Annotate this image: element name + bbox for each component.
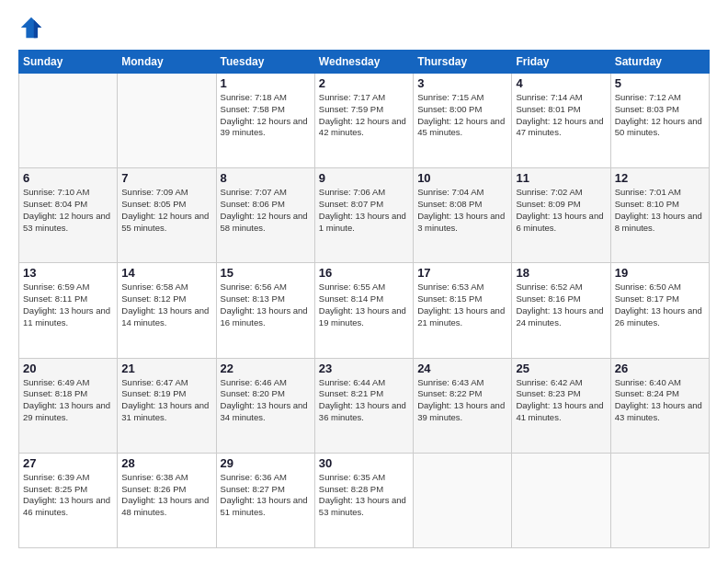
calendar-week-row: 6Sunrise: 7:10 AM Sunset: 8:04 PM Daylig… (19, 168, 710, 263)
calendar-cell: 13Sunrise: 6:59 AM Sunset: 8:11 PM Dayli… (19, 263, 118, 358)
calendar-week-row: 20Sunrise: 6:49 AM Sunset: 8:18 PM Dayli… (19, 358, 710, 453)
day-number: 22 (221, 362, 311, 375)
calendar-cell: 3Sunrise: 7:15 AM Sunset: 8:00 PM Daylig… (414, 74, 512, 168)
calendar-cell: 15Sunrise: 6:56 AM Sunset: 8:13 PM Dayli… (216, 263, 314, 358)
day-number: 4 (516, 76, 606, 90)
day-number: 25 (516, 362, 606, 375)
day-info: Sunrise: 7:14 AM Sunset: 8:01 PM Dayligh… (516, 92, 606, 139)
calendar-cell: 10Sunrise: 7:04 AM Sunset: 8:08 PM Dayli… (414, 168, 512, 263)
page: SundayMondayTuesdayWednesdayThursdayFrid… (0, 0, 728, 563)
calendar-cell: 11Sunrise: 7:02 AM Sunset: 8:09 PM Dayli… (512, 168, 610, 263)
day-info: Sunrise: 6:53 AM Sunset: 8:15 PM Dayligh… (417, 282, 507, 328)
day-info: Sunrise: 6:46 AM Sunset: 8:20 PM Dayligh… (221, 377, 311, 424)
calendar-cell: 24Sunrise: 6:43 AM Sunset: 8:22 PM Dayli… (414, 358, 512, 453)
day-number: 7 (121, 171, 211, 185)
header (18, 15, 710, 40)
weekday-header-row: SundayMondayTuesdayWednesdayThursdayFrid… (19, 51, 710, 74)
day-info: Sunrise: 7:01 AM Sunset: 8:10 PM Dayligh… (615, 187, 705, 234)
day-number: 20 (23, 362, 113, 375)
day-info: Sunrise: 7:15 AM Sunset: 8:00 PM Dayligh… (417, 92, 507, 139)
calendar-cell: 1Sunrise: 7:18 AM Sunset: 7:58 PM Daylig… (216, 74, 314, 168)
calendar-cell: 26Sunrise: 6:40 AM Sunset: 8:24 PM Dayli… (610, 358, 709, 453)
day-info: Sunrise: 7:10 AM Sunset: 8:04 PM Dayligh… (23, 187, 113, 234)
day-number: 30 (319, 456, 409, 470)
day-number: 11 (516, 171, 606, 185)
calendar-cell (512, 453, 610, 547)
calendar-cell: 20Sunrise: 6:49 AM Sunset: 8:18 PM Dayli… (19, 358, 118, 453)
calendar-cell: 8Sunrise: 7:07 AM Sunset: 8:06 PM Daylig… (216, 168, 314, 263)
day-info: Sunrise: 7:17 AM Sunset: 7:59 PM Dayligh… (319, 92, 409, 139)
day-number: 12 (615, 171, 705, 185)
day-number: 24 (417, 362, 507, 375)
day-info: Sunrise: 6:40 AM Sunset: 8:24 PM Dayligh… (615, 377, 705, 424)
day-number: 23 (319, 362, 409, 375)
day-info: Sunrise: 6:50 AM Sunset: 8:17 PM Dayligh… (615, 282, 705, 328)
calendar-cell: 22Sunrise: 6:46 AM Sunset: 8:20 PM Dayli… (216, 358, 314, 453)
calendar-cell (414, 453, 512, 547)
day-info: Sunrise: 6:43 AM Sunset: 8:22 PM Dayligh… (417, 377, 507, 424)
calendar-cell: 21Sunrise: 6:47 AM Sunset: 8:19 PM Dayli… (118, 358, 216, 453)
day-number: 29 (221, 456, 311, 470)
calendar-cell: 2Sunrise: 7:17 AM Sunset: 7:59 PM Daylig… (314, 74, 413, 168)
calendar-cell: 25Sunrise: 6:42 AM Sunset: 8:23 PM Dayli… (512, 358, 610, 453)
weekday-header-saturday: Saturday (610, 51, 709, 74)
calendar-week-row: 1Sunrise: 7:18 AM Sunset: 7:58 PM Daylig… (19, 74, 710, 168)
calendar-cell (19, 74, 118, 168)
day-number: 2 (319, 76, 409, 90)
calendar-cell (118, 74, 216, 168)
day-info: Sunrise: 7:04 AM Sunset: 8:08 PM Dayligh… (417, 187, 507, 234)
weekday-header-thursday: Thursday (414, 51, 512, 74)
day-info: Sunrise: 7:09 AM Sunset: 8:05 PM Dayligh… (121, 187, 211, 234)
day-number: 3 (417, 76, 507, 90)
calendar-cell: 28Sunrise: 6:38 AM Sunset: 8:26 PM Dayli… (118, 453, 216, 547)
day-number: 9 (319, 171, 409, 185)
day-info: Sunrise: 6:36 AM Sunset: 8:27 PM Dayligh… (221, 472, 311, 519)
calendar-cell: 5Sunrise: 7:12 AM Sunset: 8:03 PM Daylig… (610, 74, 709, 168)
day-info: Sunrise: 7:06 AM Sunset: 8:07 PM Dayligh… (319, 187, 409, 234)
calendar-cell: 7Sunrise: 7:09 AM Sunset: 8:05 PM Daylig… (118, 168, 216, 263)
day-number: 5 (615, 76, 705, 90)
day-number: 17 (417, 266, 507, 280)
day-number: 8 (221, 171, 311, 185)
calendar-cell: 19Sunrise: 6:50 AM Sunset: 8:17 PM Dayli… (610, 263, 709, 358)
weekday-header-friday: Friday (512, 51, 610, 74)
calendar-cell: 16Sunrise: 6:55 AM Sunset: 8:14 PM Dayli… (314, 263, 413, 358)
weekday-header-monday: Monday (118, 51, 216, 74)
day-info: Sunrise: 6:42 AM Sunset: 8:23 PM Dayligh… (516, 377, 606, 424)
day-info: Sunrise: 6:56 AM Sunset: 8:13 PM Dayligh… (221, 282, 311, 328)
weekday-header-sunday: Sunday (19, 51, 118, 74)
calendar-cell: 18Sunrise: 6:52 AM Sunset: 8:16 PM Dayli… (512, 263, 610, 358)
day-info: Sunrise: 7:18 AM Sunset: 7:58 PM Dayligh… (221, 92, 311, 139)
day-info: Sunrise: 6:52 AM Sunset: 8:16 PM Dayligh… (516, 282, 606, 328)
svg-marker-1 (34, 20, 41, 39)
calendar-week-row: 13Sunrise: 6:59 AM Sunset: 8:11 PM Dayli… (19, 263, 710, 358)
day-number: 28 (121, 456, 211, 470)
calendar-cell: 17Sunrise: 6:53 AM Sunset: 8:15 PM Dayli… (414, 263, 512, 358)
logo-icon (18, 15, 44, 40)
day-info: Sunrise: 6:39 AM Sunset: 8:25 PM Dayligh… (23, 472, 113, 519)
day-info: Sunrise: 6:59 AM Sunset: 8:11 PM Dayligh… (23, 282, 113, 328)
calendar-cell: 29Sunrise: 6:36 AM Sunset: 8:27 PM Dayli… (216, 453, 314, 547)
day-number: 10 (417, 171, 507, 185)
calendar-cell: 9Sunrise: 7:06 AM Sunset: 8:07 PM Daylig… (314, 168, 413, 263)
day-info: Sunrise: 6:38 AM Sunset: 8:26 PM Dayligh… (121, 472, 211, 519)
day-number: 16 (319, 266, 409, 280)
day-number: 26 (615, 362, 705, 375)
day-info: Sunrise: 7:02 AM Sunset: 8:09 PM Dayligh… (516, 187, 606, 234)
day-number: 21 (121, 362, 211, 375)
calendar-cell: 12Sunrise: 7:01 AM Sunset: 8:10 PM Dayli… (610, 168, 709, 263)
calendar-cell: 27Sunrise: 6:39 AM Sunset: 8:25 PM Dayli… (19, 453, 118, 547)
day-number: 1 (221, 76, 311, 90)
day-info: Sunrise: 6:47 AM Sunset: 8:19 PM Dayligh… (121, 377, 211, 424)
weekday-header-tuesday: Tuesday (216, 51, 314, 74)
calendar-cell: 6Sunrise: 7:10 AM Sunset: 8:04 PM Daylig… (19, 168, 118, 263)
day-number: 19 (615, 266, 705, 280)
calendar-cell: 30Sunrise: 6:35 AM Sunset: 8:28 PM Dayli… (314, 453, 413, 547)
weekday-header-wednesday: Wednesday (314, 51, 413, 74)
day-info: Sunrise: 7:07 AM Sunset: 8:06 PM Dayligh… (221, 187, 311, 234)
day-number: 27 (23, 456, 113, 470)
calendar-table: SundayMondayTuesdayWednesdayThursdayFrid… (18, 50, 710, 548)
calendar-cell: 23Sunrise: 6:44 AM Sunset: 8:21 PM Dayli… (314, 358, 413, 453)
day-info: Sunrise: 6:55 AM Sunset: 8:14 PM Dayligh… (319, 282, 409, 328)
calendar-cell (610, 453, 709, 547)
